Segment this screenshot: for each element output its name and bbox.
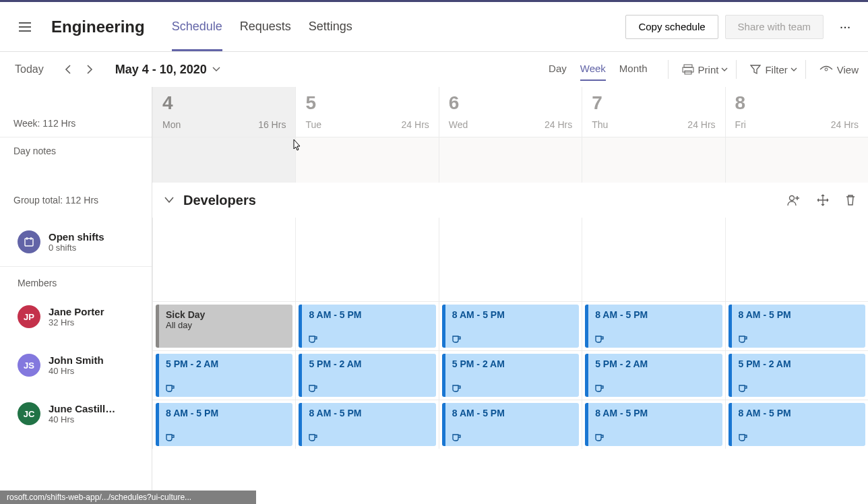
shift-cell[interactable]: 8 AM - 5 PM: [439, 400, 582, 449]
open-shifts-row[interactable]: Open shifts 0 shifts: [0, 218, 152, 266]
view-day[interactable]: Day: [549, 63, 567, 77]
filter-button[interactable]: Filter: [750, 64, 801, 75]
schedule-grid: Week: 112 Hrs Day notes Group total: 112…: [0, 87, 868, 504]
day-note-cell[interactable]: [582, 137, 724, 183]
view-label: View: [837, 64, 859, 75]
shift-card[interactable]: 8 AM - 5 PM: [299, 305, 435, 348]
shift-cell[interactable]: [439, 218, 582, 301]
member-hours: 32 Hrs: [49, 317, 104, 327]
shift-cell[interactable]: 5 PM - 2 AM: [725, 350, 868, 400]
day-of-week: Wed: [449, 119, 468, 130]
shift-card[interactable]: 8 AM - 5 PM: [442, 305, 579, 348]
view-options-button[interactable]: View: [819, 64, 859, 75]
shift-cell[interactable]: 8 AM - 5 PM: [295, 400, 438, 449]
copy-schedule-button[interactable]: Copy schedule: [625, 15, 718, 39]
top-tabs: Schedule Requests Settings: [172, 2, 370, 51]
filter-icon: [750, 64, 761, 75]
shift-cell[interactable]: [725, 218, 868, 301]
shift-cell[interactable]: 5 PM - 2 AM: [582, 350, 724, 400]
member-row-june[interactable]: JC June Castill… 40 Hrs: [0, 389, 152, 438]
member-name: Jane Porter: [49, 306, 104, 317]
shift-cell[interactable]: 8 AM - 5 PM: [439, 301, 582, 350]
member-name: John Smith: [49, 354, 104, 366]
shift-time: 8 AM - 5 PM: [739, 309, 859, 320]
shift-card[interactable]: 5 PM - 2 AM: [728, 354, 865, 397]
shift-time: 5 PM - 2 AM: [166, 358, 286, 369]
shift-cell[interactable]: [582, 218, 724, 301]
group-name: Developers: [183, 193, 771, 208]
share-with-team-button[interactable]: Share with team: [725, 15, 824, 39]
svg-rect-0: [684, 65, 692, 67]
date-range-picker[interactable]: May 4 - 10, 2020: [115, 63, 220, 77]
tab-settings[interactable]: Settings: [309, 2, 352, 51]
shift-card[interactable]: 8 AM - 5 PM: [728, 403, 865, 446]
day-header[interactable]: 6 Wed 24 Hrs: [439, 87, 582, 137]
shift-cell[interactable]: 8 AM - 5 PM: [295, 301, 438, 350]
member-row-jane[interactable]: JP Jane Porter 32 Hrs: [0, 292, 152, 341]
shift-card[interactable]: 8 AM - 5 PM: [585, 403, 722, 446]
shift-card[interactable]: 8 AM - 5 PM: [728, 305, 865, 348]
day-note-cell[interactable]: [152, 137, 295, 183]
next-week-button[interactable]: [79, 59, 100, 80]
tab-requests[interactable]: Requests: [240, 2, 291, 51]
week-hours-label: Week: 112 Hrs: [0, 87, 152, 137]
day-header[interactable]: 8 Fri 24 Hrs: [725, 87, 868, 137]
more-icon[interactable]: ···: [832, 19, 859, 34]
shift-cell[interactable]: 5 PM - 2 AM: [152, 350, 295, 400]
shift-cell[interactable]: Sick DayAll day: [152, 301, 295, 350]
shift-cell[interactable]: 8 AM - 5 PM: [582, 400, 724, 449]
day-header[interactable]: 5 Tue 24 Hrs: [295, 87, 438, 137]
day-notes-row: [152, 137, 868, 183]
shift-card[interactable]: 8 AM - 5 PM: [156, 403, 292, 446]
day-note-cell[interactable]: [295, 137, 438, 183]
shift-cell[interactable]: 5 PM - 2 AM: [295, 350, 438, 400]
hamburger-icon[interactable]: [13, 15, 36, 38]
chevron-down-icon: [721, 67, 732, 72]
collapse-group-button[interactable]: [164, 197, 174, 203]
shift-cell[interactable]: 8 AM - 5 PM: [725, 301, 868, 350]
view-week[interactable]: Week: [580, 63, 606, 77]
shift-cell[interactable]: 8 AM - 5 PM: [582, 301, 724, 350]
top-bar: Engineering Schedule Requests Settings C…: [0, 2, 868, 52]
shift-card[interactable]: Sick DayAll day: [156, 305, 292, 348]
day-header[interactable]: 4 Mon 16 Hrs: [152, 87, 295, 137]
shift-card[interactable]: 8 AM - 5 PM: [299, 403, 435, 446]
eye-icon: [819, 65, 833, 74]
shift-card[interactable]: 5 PM - 2 AM: [442, 354, 579, 397]
member-shift-row: 5 PM - 2 AM5 PM - 2 AM5 PM - 2 AM5 PM - …: [152, 350, 868, 400]
member-name: June Castill…: [49, 403, 115, 414]
view-month[interactable]: Month: [619, 63, 648, 77]
add-people-icon[interactable]: [787, 194, 801, 206]
shift-card[interactable]: 5 PM - 2 AM: [585, 354, 722, 397]
open-shifts-title: Open shifts: [49, 231, 104, 243]
shift-time: 5 PM - 2 AM: [739, 358, 859, 369]
shift-card[interactable]: 8 AM - 5 PM: [585, 305, 722, 348]
team-title: Engineering: [51, 18, 145, 36]
svg-rect-4: [25, 239, 33, 246]
shift-card[interactable]: 8 AM - 5 PM: [442, 403, 579, 446]
tab-schedule[interactable]: Schedule: [172, 2, 222, 51]
print-button[interactable]: Print: [682, 63, 733, 75]
today-button[interactable]: Today: [15, 63, 44, 75]
day-header[interactable]: 7 Thu 24 Hrs: [582, 87, 724, 137]
shift-card[interactable]: 5 PM - 2 AM: [299, 354, 435, 397]
prev-week-button[interactable]: [57, 59, 79, 80]
shift-cell[interactable]: 5 PM - 2 AM: [439, 350, 582, 400]
shift-cell[interactable]: 8 AM - 5 PM: [152, 400, 295, 449]
shift-card[interactable]: 5 PM - 2 AM: [156, 354, 292, 397]
day-note-cell[interactable]: [725, 137, 868, 183]
members-heading: Members: [0, 267, 152, 292]
member-shift-row: 8 AM - 5 PM8 AM - 5 PM8 AM - 5 PM8 AM - …: [152, 400, 868, 449]
break-icon: [166, 385, 175, 393]
move-icon[interactable]: [817, 194, 829, 206]
shift-cell[interactable]: [152, 218, 295, 301]
break-icon: [739, 434, 748, 442]
shift-cell[interactable]: [295, 218, 438, 301]
avatar: JP: [18, 305, 40, 328]
day-note-cell[interactable]: [439, 137, 582, 183]
shift-cell[interactable]: 8 AM - 5 PM: [725, 400, 868, 449]
shift-time: 8 AM - 5 PM: [739, 408, 859, 418]
delete-icon[interactable]: [845, 194, 856, 206]
day-hours: 24 Hrs: [402, 119, 429, 130]
member-row-john[interactable]: JS John Smith 40 Hrs: [0, 341, 152, 389]
